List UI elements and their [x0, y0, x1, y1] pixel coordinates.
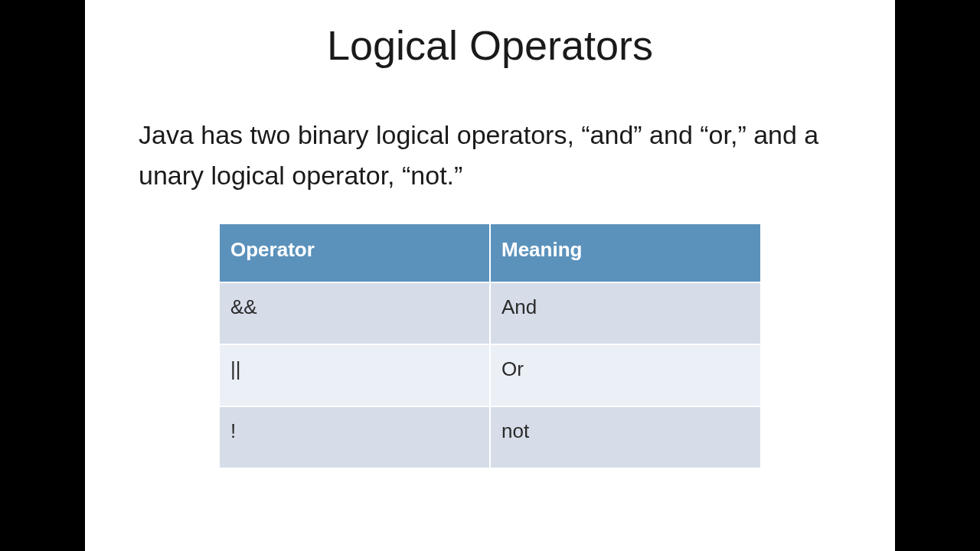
table-header-meaning: Meaning	[490, 223, 761, 282]
slide: Logical Operators Java has two binary lo…	[85, 0, 895, 551]
cell-meaning: not	[490, 406, 761, 468]
operators-table: Operator Meaning && And || Or ! not	[218, 223, 762, 469]
table-row: || Or	[219, 344, 761, 406]
cell-operator: !	[219, 406, 490, 468]
cell-operator: ||	[219, 344, 490, 406]
table-row: ! not	[219, 406, 761, 468]
table-row: && And	[219, 282, 761, 344]
cell-meaning: Or	[490, 344, 761, 406]
slide-title: Logical Operators	[85, 21, 895, 69]
slide-body-text: Java has two binary logical operators, “…	[139, 115, 841, 195]
cell-meaning: And	[490, 282, 761, 344]
table-header-operator: Operator	[219, 223, 490, 282]
cell-operator: &&	[219, 282, 490, 344]
